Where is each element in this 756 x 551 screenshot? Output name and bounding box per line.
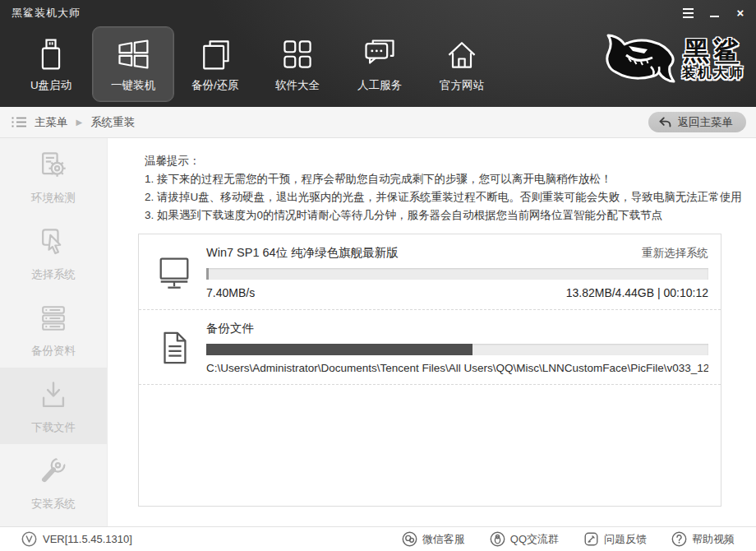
footer-link-qq[interactable]: QQ交流群 [490,531,559,547]
back-to-main-menu-button[interactable]: 返回主菜单 [648,112,747,132]
app-title: 黑鲨装机大师 [12,6,81,21]
download-progress-text: 13.82MB/4.44GB | 00:10:12 [566,286,708,299]
steps-sidebar: 环境检测 选择系统 [0,138,108,526]
reselect-system-link[interactable]: 重新选择系统 [642,246,708,261]
qq-icon [490,531,505,547]
nav-item-label: 人工服务 [357,78,402,93]
wechat-icon [402,531,417,547]
backup-data-icon [35,301,71,337]
sidebar-item-env-check[interactable]: 环境检测 [0,138,107,215]
header: 黑鲨装机大师 × U盘启动 [0,0,756,107]
backup-file-path: C:\Users\Administrator\Documents\Tencent… [206,362,708,374]
backup-title: 备份文件 [206,321,254,336]
download-row: Win7 SP1 64位 纯净绿色旗舰最新版 重新选择系统 7.40MB/s 1… [139,234,721,310]
download-body: Win7 SP1 64位 纯净绿色旗舰最新版 重新选择系统 7.40MB/s 1… [206,245,708,299]
panel-empty-area [139,385,721,506]
breadcrumb-main-menu[interactable]: 主菜单 [35,115,68,130]
main-nav: U盘启动 一键装机 [0,21,756,104]
nav-item-service[interactable]: 人工服务 [339,26,421,102]
tips-line: 1. 接下来的过程无需您的干预，程序会帮助您自动完成剩下的步骤，您可以离开电脑稍… [145,170,756,188]
download-progress-fill [206,268,209,280]
software-grid-icon [279,36,316,72]
progress-panel: Win7 SP1 64位 纯净绿色旗舰最新版 重新选择系统 7.40MB/s 1… [138,234,721,507]
nav-item-label: U盘启动 [30,78,71,93]
footer: VER[11.5.45.1310] 微信客服 [0,526,756,551]
footer-link-label: QQ交流群 [510,532,559,547]
list-icon [12,116,27,128]
backup-body: 备份文件 C:\Users\Administrator\Documents\Te… [206,321,708,374]
sidebar-item-select-system[interactable]: 选择系统 [0,215,107,291]
titlebar: 黑鲨装机大师 × [0,0,756,21]
usb-drive-icon [33,36,69,72]
version-icon [21,531,37,547]
shark-logo-icon [602,30,677,89]
nav-item-one-key-install[interactable]: 一键装机 [92,26,174,102]
sidebar-item-label: 选择系统 [31,267,76,282]
document-icon [155,321,206,374]
backup-progress-bar [206,344,708,355]
nav-item-label: 官方网站 [440,78,484,93]
nav-item-label: 一键装机 [111,78,155,93]
backup-row: 备份文件 C:\Users\Administrator\Documents\Te… [139,310,721,385]
nav-item-usb-boot[interactable]: U盘启动 [10,26,92,102]
brand-name: 黑鲨 [682,37,744,65]
sidebar-item-install-system[interactable]: 安装系统 [0,444,107,521]
footer-link-help[interactable]: 帮助视频 [671,531,735,547]
nav-item-label: 软件大全 [275,78,320,93]
download-speed: 7.40MB/s [206,286,255,299]
tips-line: 3. 如果遇到下载速度为0的情况时请耐心等待几分钟，服务器会自动根据您当前网络位… [145,206,756,225]
footer-link-label: 帮助视频 [692,532,735,547]
select-system-icon [35,225,71,261]
feedback-icon [583,531,599,547]
breadcrumb: 主菜单 ▶ 系统重装 返回主菜单 [0,107,756,138]
return-arrow-icon [658,116,672,128]
env-check-icon [35,148,71,184]
sidebar-item-label: 安装系统 [31,497,76,512]
sidebar-item-label: 备份资料 [31,344,76,359]
brand-subname: 装机大师 [682,65,744,81]
backup-progress-fill [206,344,472,355]
brand-text: 黑鲨 装机大师 [682,37,744,81]
download-file-icon [35,377,71,414]
backup-restore-icon [197,36,233,72]
menu-icon[interactable] [680,7,695,20]
chat-service-icon [362,36,398,72]
sidebar-item-label: 下载文件 [31,420,76,435]
window-controls: × [680,7,748,20]
nav-item-website[interactable]: 官方网站 [421,26,503,102]
download-title: Win7 SP1 64位 纯净绿色旗舰最新版 [206,245,399,261]
download-progress-bar [206,268,708,280]
close-icon[interactable]: × [733,7,748,20]
main-content: 温馨提示： 1. 接下来的过程无需您的干预，程序会帮助您自动完成剩下的步骤，您可… [108,138,756,526]
back-button-label: 返回主菜单 [678,115,734,130]
tips-block: 温馨提示： 1. 接下来的过程无需您的干预，程序会帮助您自动完成剩下的步骤，您可… [145,152,756,225]
tips-title: 温馨提示： [145,152,756,170]
sidebar-item-backup-data[interactable]: 备份资料 [0,291,107,368]
sidebar-item-label: 环境检测 [31,191,76,206]
app-window: 黑鲨装机大师 × U盘启动 [0,0,756,551]
minimize-icon[interactable] [707,7,721,20]
version-info: VER[11.5.45.1310] [21,531,132,547]
nav-item-label: 备份/还原 [191,78,239,93]
sidebar-item-download-file[interactable]: 下载文件 [0,368,107,444]
brand-logo: 黑鲨 装机大师 [602,30,744,89]
monitor-icon [155,245,206,299]
tips-line: 2. 请拔掉U盘、移动硬盘，退出光驱内的光盘，并保证系统重装过程不断电。否则重装… [145,188,756,206]
nav-item-software[interactable]: 软件大全 [256,26,339,102]
body: 环境检测 选择系统 [0,138,756,526]
help-icon [671,531,687,547]
footer-link-label: 问题反馈 [604,532,647,547]
version-text: VER[11.5.45.1310] [43,533,132,545]
footer-links: 微信客服 QQ交流群 [402,531,735,547]
windows-icon [115,36,151,72]
footer-link-wechat[interactable]: 微信客服 [402,531,465,547]
home-icon [444,36,480,72]
chevron-right-icon: ▶ [76,118,83,127]
breadcrumb-current: 系统重装 [90,115,135,130]
install-system-icon [35,454,71,490]
footer-link-feedback[interactable]: 问题反馈 [583,531,647,547]
nav-item-backup-restore[interactable]: 备份/还原 [174,26,256,102]
footer-link-label: 微信客服 [422,532,465,547]
